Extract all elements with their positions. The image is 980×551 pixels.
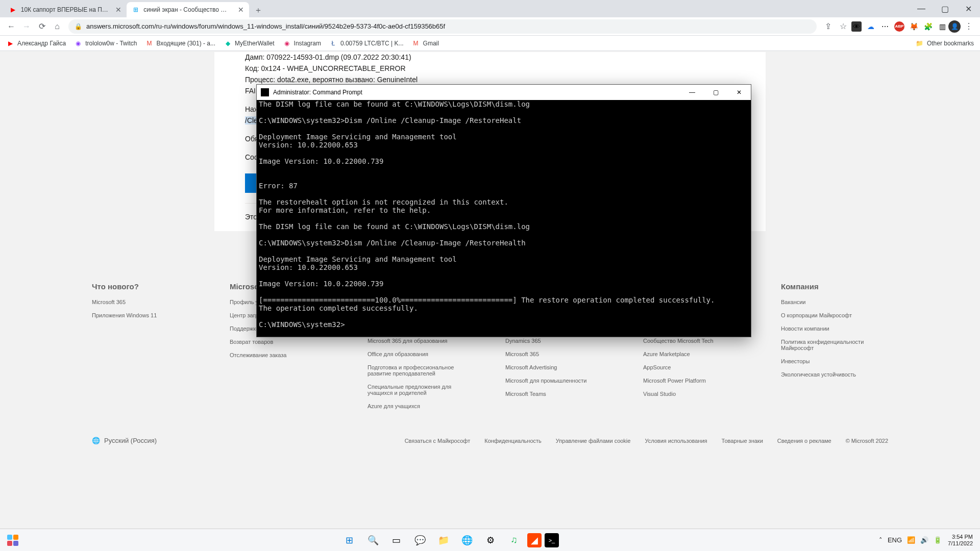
footer-link[interactable]: Microsoft 365: [92, 299, 199, 305]
back-button[interactable]: ←: [4, 19, 18, 34]
process-line: Процесс: dota2.exe, вероятно вызвано: Ge…: [245, 74, 735, 85]
wifi-icon[interactable]: 📶: [907, 536, 915, 544]
address-bar[interactable]: 🔒 answers.microsoft.com/ru-ru/windows/fo…: [68, 19, 817, 34]
share-icon[interactable]: ⇪: [821, 19, 835, 34]
forward-button[interactable]: →: [19, 19, 34, 34]
tray-overflow-button[interactable]: ˄: [879, 536, 883, 544]
file-explorer-button[interactable]: 📁: [433, 530, 454, 550]
footer-link[interactable]: О корпорации Майкрософт: [781, 312, 888, 318]
bookmark-favicon: ◉: [283, 39, 291, 47]
clock[interactable]: 3:54 PM 7/11/2022: [948, 534, 973, 547]
footer-link[interactable]: Новости компании: [781, 325, 888, 332]
cmd-output[interactable]: The DISM log file can be found at C:\WIN…: [257, 100, 751, 337]
language-indicator[interactable]: ENG: [888, 536, 902, 544]
bookmark-favicon: M: [145, 39, 153, 47]
footer-bottom-link[interactable]: Сведения о рекламе: [777, 438, 831, 444]
footer-link[interactable]: Microsoft для промышленности: [505, 378, 612, 384]
reload-button[interactable]: ⟳: [35, 19, 49, 34]
footer-link[interactable]: Azure Marketplace: [643, 351, 750, 357]
footer-link[interactable]: Вакансии: [781, 299, 888, 305]
app-taskbar-icon[interactable]: ◢: [527, 533, 542, 547]
footer-link[interactable]: Инвесторы: [781, 358, 888, 364]
footer-link[interactable]: AppSource: [643, 364, 750, 370]
tab-close-button[interactable]: ✕: [115, 6, 121, 14]
new-tab-button[interactable]: ＋: [251, 3, 265, 17]
extension-icon[interactable]: 🦊: [909, 21, 919, 32]
footer-link[interactable]: Microsoft 365 для образования: [368, 338, 475, 344]
extensions-area: 👁 ☁ ⋯ ABP 🦊 🧩 ▥: [851, 21, 947, 32]
bookmark-item[interactable]: ◆MyEtherWallet: [224, 39, 275, 47]
tab-favicon: ⊞: [132, 6, 139, 14]
footer-column-title: Компания: [781, 282, 888, 291]
task-view-button[interactable]: ▭: [386, 530, 407, 550]
chrome-menu-button[interactable]: ⋮: [962, 19, 976, 34]
footer-bottom-link[interactable]: Конфиденциальность: [484, 438, 542, 444]
bookmark-item[interactable]: ◉trololow0w - Twitch: [74, 39, 137, 47]
spotify-taskbar-icon[interactable]: ♫: [504, 530, 524, 550]
bookmark-star-icon[interactable]: ☆: [836, 19, 850, 34]
extension-icon[interactable]: ABP: [894, 21, 904, 32]
bookmarks-bar: ▶Александр Гайса◉trololow0w - TwitchMВхо…: [0, 36, 980, 51]
windows-taskbar: ⊞ 🔍 ▭ 💬 📁 🌐 ⚙ ♫ ◢ >_ ˄ ENG 📶 🔊 🔋 3:54 PM…: [0, 529, 980, 551]
bookmark-item[interactable]: ▶Александр Гайса: [6, 39, 66, 47]
footer-link[interactable]: Microsoft Power Platform: [643, 378, 750, 384]
reading-list-icon[interactable]: ▥: [937, 21, 947, 32]
bookmark-label: MyEtherWallet: [235, 40, 275, 47]
bookmark-favicon: M: [412, 39, 420, 47]
footer-link[interactable]: Microsoft Advertising: [505, 364, 612, 370]
extension-icon[interactable]: ⋯: [880, 21, 890, 32]
bookmark-item[interactable]: MВходящие (301) - а...: [145, 39, 215, 47]
terminal-taskbar-icon[interactable]: >_: [545, 533, 559, 547]
footer-link[interactable]: Политика конфиденциальности Майкрософт: [781, 339, 888, 351]
locale-selector[interactable]: 🌐 Русский (Россия): [92, 437, 157, 444]
browser-tab[interactable]: ▶10К саппорт ВПЕРВЫЕ на ПРО...✕: [4, 2, 127, 17]
window-maximize-button[interactable]: ▢: [933, 0, 957, 17]
bookmark-item[interactable]: MGmail: [412, 39, 439, 47]
cmd-close-button[interactable]: ✕: [727, 85, 751, 100]
chrome-taskbar-icon[interactable]: 🌐: [457, 530, 477, 550]
browser-tab[interactable]: ⊞синий экран - Сообщество Mic...✕: [127, 2, 249, 17]
cmd-icon: [261, 88, 269, 96]
extension-icon[interactable]: ☁: [866, 21, 876, 32]
widgets-button[interactable]: [6, 534, 19, 547]
footer-link[interactable]: Dynamics 365: [505, 338, 612, 344]
footer-link[interactable]: Office для образования: [368, 351, 475, 357]
clock-date: 7/11/2022: [948, 540, 973, 547]
footer-bottom-link[interactable]: Управление файлами cookie: [556, 438, 631, 444]
command-prompt-window[interactable]: Administrator: Command Prompt ― ▢ ✕ The …: [256, 84, 751, 337]
profile-avatar[interactable]: 👤: [948, 20, 961, 33]
footer-link[interactable]: Экологическая устойчивость: [781, 371, 888, 378]
footer-link[interactable]: Сообщество Microsoft Tech: [643, 338, 750, 344]
footer-column: КомпанияВакансииО корпорации МайкрософтН…: [781, 282, 888, 416]
tab-close-button[interactable]: ✕: [238, 6, 244, 14]
home-button[interactable]: ⌂: [50, 19, 64, 34]
footer-bottom-link[interactable]: Связаться с Майкрософт: [405, 438, 471, 444]
chat-button[interactable]: 💬: [410, 530, 430, 550]
window-close-button[interactable]: ✕: [957, 0, 980, 17]
footer-link[interactable]: Подготовка и профессиональное развитие п…: [368, 364, 475, 377]
footer-link[interactable]: Microsoft Teams: [505, 391, 612, 397]
footer-link[interactable]: Специальные предложения для учащихся и р…: [368, 384, 475, 396]
extension-icon[interactable]: 👁: [851, 21, 862, 32]
extensions-button[interactable]: 🧩: [923, 21, 933, 32]
footer-link[interactable]: Приложения Windows 11: [92, 312, 199, 318]
cmd-maximize-button[interactable]: ▢: [704, 85, 727, 100]
obs-taskbar-icon[interactable]: ⚙: [480, 530, 501, 550]
footer-link[interactable]: Visual Studio: [643, 391, 750, 397]
start-button[interactable]: ⊞: [339, 530, 360, 550]
bookmark-item[interactable]: ◉Instagram: [283, 39, 321, 47]
bookmark-item[interactable]: Ł0.00759 LTC/BTC | K...: [329, 39, 404, 47]
battery-icon[interactable]: 🔋: [934, 536, 942, 544]
footer-bottom-link[interactable]: Условия использования: [645, 438, 707, 444]
cmd-titlebar[interactable]: Administrator: Command Prompt ― ▢ ✕: [257, 85, 751, 100]
footer-link[interactable]: Возврат товаров: [230, 339, 337, 345]
footer-bottom-link[interactable]: Товарные знаки: [722, 438, 763, 444]
volume-icon[interactable]: 🔊: [920, 536, 928, 544]
window-minimize-button[interactable]: ―: [910, 0, 933, 17]
search-button[interactable]: 🔍: [363, 530, 383, 550]
footer-link[interactable]: Отслеживание заказа: [230, 352, 337, 358]
other-bookmarks-button[interactable]: 📁 Other bookmarks: [916, 39, 974, 47]
footer-link[interactable]: Microsoft 365: [505, 351, 612, 357]
cmd-minimize-button[interactable]: ―: [680, 85, 704, 100]
footer-link[interactable]: Azure для учащихся: [368, 403, 475, 409]
